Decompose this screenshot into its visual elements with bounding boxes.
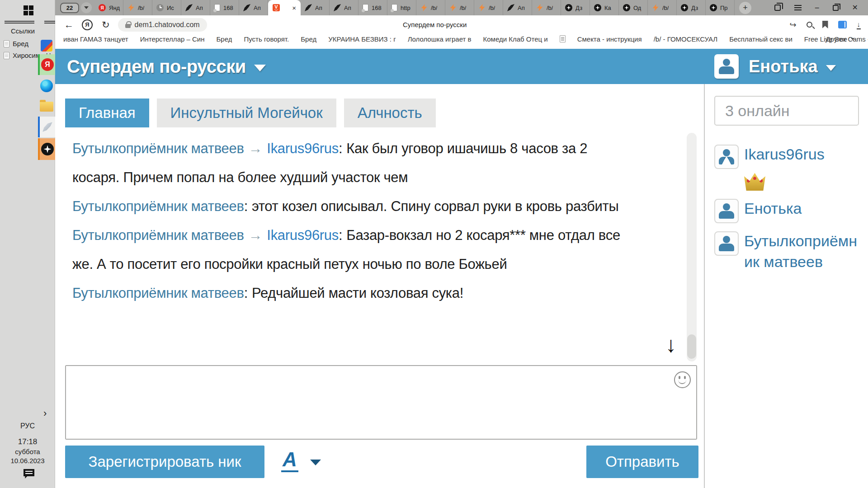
browser-tab[interactable]: Ис × bbox=[152, 0, 181, 15]
menu-icon[interactable] bbox=[794, 5, 802, 10]
language-indicator[interactable]: РУС bbox=[0, 422, 55, 430]
message-recipient[interactable]: Ikarus96rus bbox=[267, 227, 339, 243]
downloads-icon[interactable]: ↓ bbox=[857, 20, 861, 29]
chevron-down-icon[interactable] bbox=[254, 65, 266, 71]
message-author[interactable]: Бутылкоприёмник матвеев bbox=[72, 227, 244, 243]
browser-tab[interactable]: Ап × bbox=[330, 0, 359, 15]
windows-start-button[interactable] bbox=[24, 5, 33, 15]
emoji-smiley-icon[interactable] bbox=[674, 371, 691, 388]
bookmark-item[interactable]: Бесплатный секс ви bbox=[729, 35, 793, 43]
browser-tab[interactable]: http × bbox=[387, 0, 416, 15]
pinned-app-button[interactable] bbox=[38, 37, 55, 54]
message-colon: : bbox=[244, 285, 248, 301]
message-recipient[interactable]: Ikarus96rus bbox=[267, 141, 339, 156]
browser-tab[interactable]: Ап × bbox=[301, 0, 330, 15]
chat-tab-label: Главная bbox=[79, 104, 136, 121]
edge-button[interactable] bbox=[38, 77, 55, 95]
scrollbar-thumb[interactable] bbox=[687, 334, 696, 359]
bookmark-label: /b/ - ГОМОСЕКСУАЛ bbox=[654, 35, 718, 43]
user-list-item[interactable]: Бутылкоприёмник матвеев bbox=[714, 230, 866, 272]
message-input[interactable] bbox=[66, 366, 696, 439]
taskbar-expand-chevron[interactable]: › bbox=[43, 408, 47, 419]
tab-title: /b/ bbox=[662, 5, 669, 11]
active-app-button[interactable] bbox=[38, 138, 55, 160]
tab-favicon bbox=[420, 4, 428, 11]
maximize-button[interactable] bbox=[833, 5, 839, 11]
share-icon[interactable]: ↪ bbox=[789, 20, 796, 30]
browser-tab[interactable]: /b/ × bbox=[445, 0, 474, 15]
tabs-dropdown-button[interactable] bbox=[81, 2, 92, 13]
browser-tab[interactable]: /b/ × bbox=[123, 0, 152, 15]
tab-counter[interactable]: 22 bbox=[60, 3, 79, 13]
minimize-button[interactable]: – bbox=[815, 4, 819, 11]
browser-tab[interactable]: /b/ × bbox=[474, 0, 503, 15]
message-author[interactable]: Бутылкоприёмник матвеев bbox=[72, 198, 244, 214]
action-center-icon[interactable] bbox=[24, 469, 34, 479]
message-author[interactable]: Бутылкоприёмник матвеев bbox=[72, 141, 244, 156]
yandex-browser-button[interactable]: Я bbox=[38, 54, 55, 75]
url-field[interactable]: dem1.chatovod.com bbox=[118, 18, 207, 32]
tab-favicon bbox=[536, 4, 543, 11]
browser-tab[interactable]: /b/ × bbox=[648, 0, 677, 15]
sidebar-panel-icon[interactable] bbox=[838, 21, 847, 28]
message-colon: : bbox=[244, 198, 248, 214]
bookmark-item[interactable]: Смекта - инструкция bbox=[577, 35, 642, 43]
bookmark-item[interactable]: Лололошка играет в bbox=[408, 35, 472, 43]
bookmarks-other-button[interactable]: Другое bbox=[826, 35, 854, 43]
taskbar-link-bred[interactable]: Бред bbox=[4, 40, 28, 47]
message-author[interactable]: Бутылкоприёмник матвеев bbox=[72, 285, 244, 301]
browser-tab[interactable]: Дз × bbox=[561, 0, 590, 15]
taskbar-clock[interactable]: 17:18 суббота 10.06.2023 bbox=[0, 437, 55, 465]
browser-tab[interactable]: Пр × bbox=[706, 0, 735, 15]
open-app-button[interactable] bbox=[38, 117, 55, 137]
user-list-item[interactable]: Ikarus96rus bbox=[714, 144, 866, 191]
yandex-home-button[interactable]: Я bbox=[82, 19, 93, 30]
tab-close-icon[interactable]: × bbox=[292, 4, 296, 12]
tab-title: Дз bbox=[576, 5, 582, 11]
bookmark-item[interactable]: Бред bbox=[301, 35, 316, 43]
browser-tab[interactable]: Ап × bbox=[503, 0, 532, 15]
browser-tab[interactable]: Ап × bbox=[181, 0, 210, 15]
browser-tab[interactable]: 168 × bbox=[359, 0, 387, 15]
chat-room-tab[interactable]: Алчность bbox=[344, 99, 436, 127]
bookmark-item[interactable]: Бред bbox=[216, 35, 232, 43]
bookmark-item[interactable]: Комеди Клаб Отец и bbox=[483, 35, 548, 43]
search-icon[interactable] bbox=[807, 22, 812, 28]
browser-tab[interactable]: × bbox=[268, 0, 301, 15]
bookmark-item[interactable]: Интерстеллар – Син bbox=[140, 35, 205, 43]
browser-tab[interactable]: /b/ × bbox=[532, 0, 561, 15]
bookmark-item[interactable]: /b/ - ГОМОСЕКСУАЛ bbox=[654, 35, 718, 43]
chat-room-tab[interactable]: Главная bbox=[65, 99, 149, 127]
toolbar-drag-handle[interactable] bbox=[44, 21, 55, 23]
current-user-menu[interactable]: Енотька bbox=[714, 54, 868, 79]
browser-tab[interactable]: Ка × bbox=[590, 0, 619, 15]
font-style-selector[interactable]: A bbox=[281, 449, 321, 472]
bookmark-item[interactable]: иван ГАМАЗ танцует bbox=[63, 35, 128, 43]
close-button[interactable]: ✕ bbox=[852, 4, 858, 11]
send-button[interactable]: Отправить bbox=[586, 446, 698, 478]
register-nick-button[interactable]: Зарегистрировать ник bbox=[65, 446, 264, 478]
bookmark-flag-icon[interactable] bbox=[822, 21, 828, 28]
browser-tab[interactable]: Од × bbox=[619, 0, 648, 15]
bookmark-item[interactable] bbox=[560, 35, 566, 42]
toolbar-drag-handle[interactable] bbox=[5, 21, 34, 23]
message-text: этот козел описывал. Спину сорвал руки в… bbox=[252, 198, 618, 214]
tab-favicon bbox=[156, 4, 164, 11]
bookmark-item[interactable]: УКРАИНА БЕЗВИЗ : г bbox=[328, 35, 396, 43]
browser-tab[interactable]: Дз × bbox=[677, 0, 706, 15]
back-button[interactable]: ← bbox=[64, 19, 74, 30]
file-explorer-button[interactable] bbox=[38, 98, 55, 116]
refresh-button[interactable]: ↻ bbox=[102, 19, 110, 30]
browser-tab[interactable]: 168 × bbox=[210, 0, 239, 15]
browser-tab[interactable]: Ап × bbox=[239, 0, 268, 15]
side-panel-icon[interactable] bbox=[774, 5, 781, 11]
user-list-item[interactable]: Енотька bbox=[714, 198, 866, 223]
browser-tab[interactable]: /b/ × bbox=[416, 0, 445, 15]
chat-room-tab[interactable]: Инсультный Могейчок bbox=[157, 99, 336, 127]
browser-tab[interactable]: Янд × bbox=[94, 0, 123, 15]
new-tab-button[interactable]: + bbox=[739, 2, 751, 14]
scroll-to-bottom-arrow[interactable]: ↓ bbox=[665, 332, 676, 357]
chat-room-title[interactable]: Супердем по-русски bbox=[67, 56, 246, 77]
bookmark-item[interactable]: Пусть говорят. bbox=[244, 35, 289, 43]
chat-scrollbar[interactable] bbox=[687, 133, 697, 361]
